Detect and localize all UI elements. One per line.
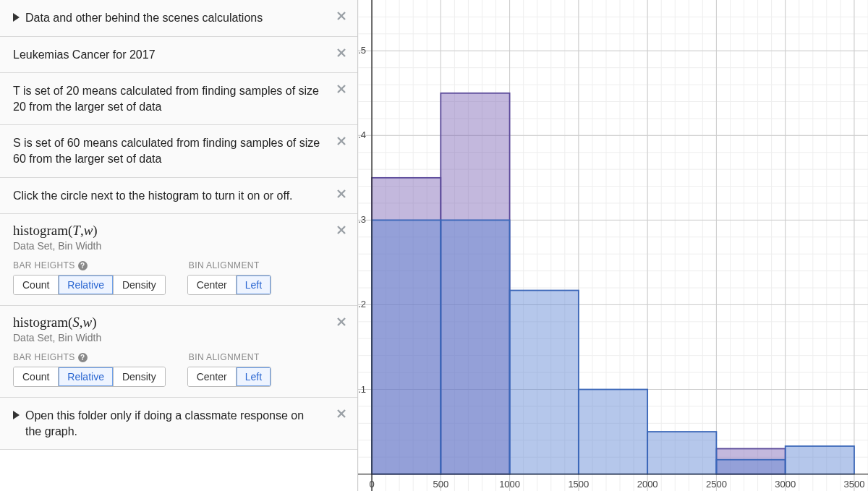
close-icon[interactable]	[333, 7, 350, 25]
binalign-center[interactable]: Center	[188, 276, 237, 294]
svg-rect-85	[510, 291, 579, 474]
binalign-segmented: Center Left	[187, 367, 271, 387]
binalign-segmented: Center Left	[187, 275, 271, 295]
svg-text:1500: 1500	[568, 479, 589, 490]
binalign-left[interactable]: Left	[237, 367, 271, 386]
graph-svg[interactable]: 05001000150020002500300035000.10.20.30.4…	[358, 0, 868, 491]
svg-text:3000: 3000	[775, 479, 796, 490]
close-icon[interactable]	[333, 132, 350, 150]
folder-caret-icon[interactable]	[13, 411, 20, 419]
close-icon[interactable]	[333, 313, 350, 330]
hist-expr: histogram(S,w)	[13, 315, 323, 330]
binalign-center[interactable]: Center	[188, 367, 237, 386]
folder-title: Open this folder only if doing a classma…	[25, 408, 323, 439]
hist-sub: Data Set, Bin Width	[13, 240, 323, 252]
svg-rect-89	[786, 446, 854, 474]
barheights-relative[interactable]: Relative	[59, 276, 114, 294]
close-icon[interactable]	[333, 44, 350, 61]
folder-caret-icon[interactable]	[13, 13, 20, 22]
note-text: Leukemias Cancer for 2017	[13, 48, 156, 61]
binalign-label: BIN ALIGNMENT	[189, 352, 260, 362]
svg-text:0.4: 0.4	[358, 129, 366, 140]
folder-title: Data and other behind the scenes calcula…	[25, 10, 263, 26]
svg-rect-86	[579, 390, 647, 474]
svg-text:0.1: 0.1	[358, 384, 366, 395]
barheights-segmented: Count Relative Density	[13, 275, 166, 295]
note-text: T is set of 20 means calculated from fin…	[13, 85, 319, 113]
row-note-click[interactable]: Click the circle next to the histogram t…	[0, 178, 357, 215]
binalign-label: BIN ALIGNMENT	[189, 260, 260, 270]
close-icon[interactable]	[333, 405, 350, 422]
note-text: Click the circle next to the histogram t…	[13, 189, 293, 202]
row-note-leukemias[interactable]: Leukemias Cancer for 2017	[0, 37, 357, 74]
barheights-count[interactable]: Count	[14, 367, 59, 386]
svg-rect-83	[372, 220, 441, 474]
close-icon[interactable]	[333, 80, 350, 98]
graph-area[interactable]: 05001000150020002500300035000.10.20.30.4…	[358, 0, 868, 491]
svg-text:2500: 2500	[706, 479, 727, 490]
hist-sub: Data Set, Bin Width	[13, 332, 323, 343]
svg-text:500: 500	[433, 479, 448, 490]
barheights-label: BAR HEIGHTS ?	[13, 260, 88, 270]
note-text: S is set of 60 means calculated from fin…	[13, 137, 320, 165]
svg-rect-84	[441, 220, 509, 474]
barheights-density[interactable]: Density	[114, 276, 165, 294]
svg-rect-88	[716, 460, 785, 474]
row-note-t[interactable]: T is set of 20 means calculated from fin…	[0, 73, 357, 125]
help-icon[interactable]: ?	[78, 353, 88, 362]
svg-rect-87	[647, 432, 716, 474]
expression-list: Data and other behind the scenes calcula…	[0, 0, 358, 491]
svg-text:0.2: 0.2	[358, 299, 366, 309]
svg-text:0.5: 0.5	[358, 45, 366, 56]
svg-text:0: 0	[369, 479, 374, 490]
row-note-s[interactable]: S is set of 60 means calculated from fin…	[0, 125, 357, 177]
row-histogram-s[interactable]: histogram(S,w) Data Set, Bin Width BAR H…	[0, 306, 357, 398]
help-icon[interactable]: ?	[78, 261, 88, 270]
barheights-label: BAR HEIGHTS ?	[13, 352, 88, 362]
svg-text:2000: 2000	[637, 479, 658, 490]
row-histogram-t[interactable]: histogram(T,w) Data Set, Bin Width BAR H…	[0, 214, 357, 306]
barheights-density[interactable]: Density	[114, 367, 165, 386]
svg-text:3500: 3500	[843, 479, 864, 490]
svg-text:1000: 1000	[499, 479, 520, 490]
binalign-left[interactable]: Left	[237, 276, 271, 294]
svg-text:0.3: 0.3	[358, 214, 366, 225]
barheights-segmented: Count Relative Density	[13, 367, 166, 387]
row-folder-data[interactable]: Data and other behind the scenes calcula…	[0, 0, 357, 37]
row-folder-classmate[interactable]: Open this folder only if doing a classma…	[0, 398, 357, 450]
hist-expr: histogram(T,w)	[13, 223, 323, 239]
close-icon[interactable]	[333, 221, 350, 239]
close-icon[interactable]	[333, 185, 350, 202]
barheights-count[interactable]: Count	[14, 276, 59, 294]
barheights-relative[interactable]: Relative	[59, 367, 114, 386]
